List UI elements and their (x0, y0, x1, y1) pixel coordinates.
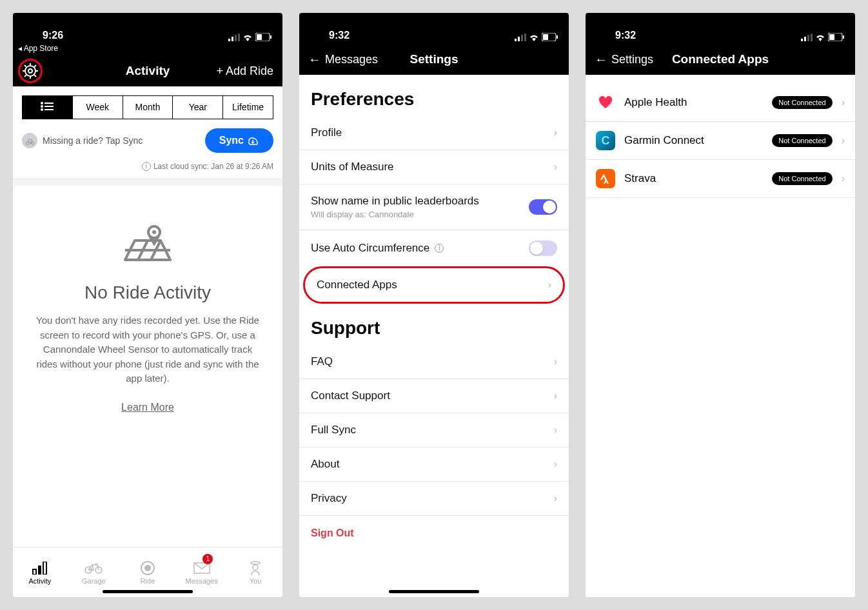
row-privacy[interactable]: Privacy › (299, 482, 569, 516)
row-auto-circ-label: Use Auto Circumference (311, 242, 429, 255)
svg-point-7 (25, 66, 35, 76)
sync-button[interactable]: Sync (205, 128, 273, 153)
status-bar: 9:32 (586, 13, 855, 44)
row-leaderboards[interactable]: Show name in public leaderboards Will di… (299, 184, 569, 230)
support-heading: Support (299, 304, 569, 345)
status-bar: 9:26 (13, 13, 282, 44)
app-store-back[interactable]: ◂ App Store (13, 44, 282, 55)
svg-rect-18 (44, 103, 54, 104)
row-fullsync[interactable]: Full Sync › (299, 413, 569, 448)
app-health-name: Apple Health (624, 96, 763, 109)
sync-button-label: Sync (219, 135, 244, 146)
segment-week[interactable]: Week (73, 96, 123, 119)
app-health-status: Not Connected (772, 96, 832, 109)
svg-rect-45 (811, 34, 813, 41)
app-row-strava[interactable]: Strava Not Connected › (586, 160, 855, 198)
tab-you[interactable]: You (228, 547, 282, 597)
svg-rect-3 (238, 34, 240, 41)
add-ride-button[interactable]: + Add Ride (216, 64, 273, 78)
svg-point-34 (253, 565, 258, 570)
list-icon (41, 102, 54, 111)
row-faq-label: FAQ (311, 355, 333, 368)
app-row-health[interactable]: Apple Health Not Connected › (586, 84, 855, 122)
home-indicator[interactable] (103, 590, 193, 593)
chevron-right-icon: › (554, 161, 557, 173)
svg-rect-6 (257, 34, 262, 40)
row-auto-circumference[interactable]: Use Auto Circumference i (299, 230, 569, 266)
status-icons (228, 33, 272, 41)
status-time: 9:32 (310, 30, 350, 41)
row-about[interactable]: About › (299, 448, 569, 482)
sign-out-button[interactable]: Sign Out (299, 516, 569, 551)
tab-activity[interactable]: Activity (13, 547, 67, 597)
svg-rect-37 (521, 35, 523, 41)
strava-icon (596, 169, 615, 188)
svg-point-21 (41, 108, 43, 111)
back-button[interactable]: ← Settings (595, 52, 653, 67)
row-units[interactable]: Units of Measure › (299, 150, 569, 184)
segment-year[interactable]: Year (173, 96, 223, 119)
signal-icon (801, 34, 813, 41)
signal-icon (228, 34, 240, 41)
svg-rect-22 (44, 109, 54, 110)
svg-rect-20 (44, 106, 54, 107)
leaderboards-toggle[interactable] (529, 199, 557, 215)
segment-list[interactable] (23, 96, 73, 119)
back-arrow-icon: ← (308, 52, 321, 67)
home-indicator[interactable] (389, 590, 479, 593)
svg-line-14 (34, 75, 36, 77)
record-icon (140, 560, 155, 576)
svg-rect-2 (235, 35, 237, 41)
gear-icon (23, 63, 38, 79)
row-contact-label: Contact Support (311, 389, 390, 402)
row-connected-apps[interactable]: Connected Apps › (305, 268, 563, 302)
row-fullsync-label: Full Sync (311, 424, 356, 437)
back-label: Messages (325, 53, 378, 66)
messages-badge: 1 (202, 554, 213, 564)
sync-row: 🚲 Missing a ride? Tap Sync Sync (13, 119, 282, 162)
auto-circ-toggle[interactable] (529, 241, 557, 256)
status-time: 9:32 (596, 30, 636, 41)
chevron-right-icon: › (554, 127, 557, 139)
tab-messages-label: Messages (186, 577, 218, 585)
svg-rect-5 (270, 35, 271, 39)
chevron-right-icon: › (554, 493, 557, 504)
screen-connected-apps: 9:32 ← Settings Connected Apps Apple Hea… (586, 13, 855, 597)
svg-rect-0 (228, 39, 230, 41)
row-privacy-label: Privacy (311, 492, 347, 505)
back-button[interactable]: ← Messages (308, 52, 378, 67)
chevron-right-icon: › (842, 97, 845, 108)
empty-title: No Ride Activity (32, 282, 263, 303)
svg-line-13 (25, 65, 26, 67)
tab-activity-label: Activity (28, 577, 51, 585)
person-icon (250, 561, 261, 575)
segment-month[interactable]: Month (123, 96, 173, 119)
info-icon: i (142, 162, 151, 171)
settings-gear-highlight[interactable] (18, 59, 43, 83)
status-icons (515, 33, 558, 41)
row-profile[interactable]: Profile › (299, 116, 569, 150)
svg-rect-38 (524, 34, 526, 41)
row-leaderboards-label: Show name in public leaderboards (311, 195, 479, 208)
signal-icon (515, 34, 526, 41)
cloud-sync-icon (248, 136, 259, 145)
last-sync: i Last cloud sync: Jan 26 at 9:26 AM (13, 162, 282, 179)
app-strava-status: Not Connected (772, 172, 832, 185)
nav-bar: ← Messages Settings (299, 44, 569, 75)
info-icon[interactable]: i (435, 244, 444, 253)
app-row-garmin[interactable]: C Garmin Connect Not Connected › (586, 122, 855, 160)
svg-point-33 (251, 562, 260, 564)
svg-point-24 (152, 230, 156, 234)
svg-rect-26 (38, 566, 41, 575)
svg-rect-40 (557, 35, 558, 39)
learn-more-link[interactable]: Learn More (121, 402, 174, 413)
svg-rect-43 (804, 37, 806, 41)
svg-rect-42 (801, 39, 803, 41)
segment-lifetime[interactable]: Lifetime (223, 96, 273, 119)
app-garmin-status: Not Connected (772, 134, 832, 147)
row-leaderboards-sub: Will display as: Cannondale (311, 210, 479, 219)
row-contact[interactable]: Contact Support › (299, 379, 569, 413)
svg-rect-47 (843, 35, 844, 39)
row-faq[interactable]: FAQ › (299, 345, 569, 379)
tab-ride-label: Ride (141, 577, 155, 585)
